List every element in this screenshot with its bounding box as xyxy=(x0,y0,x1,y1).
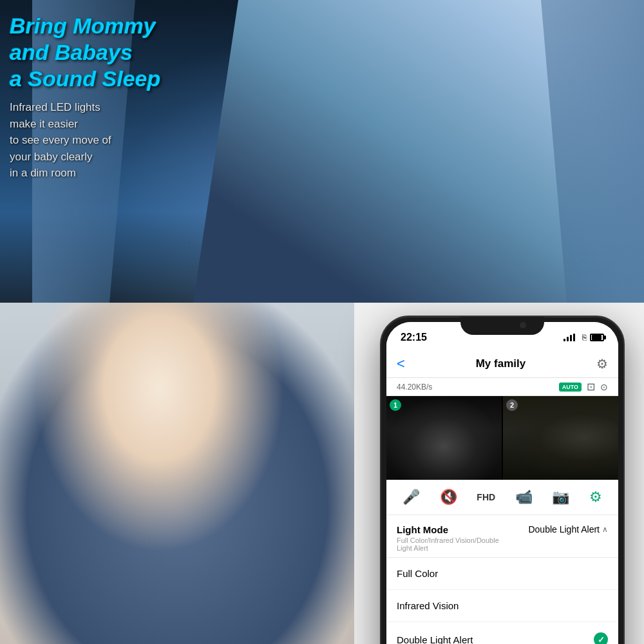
battery-icon xyxy=(590,334,604,341)
phone-screen: 22:15 ⎘ xyxy=(386,322,618,644)
bottom-section: 22:15 ⎘ xyxy=(0,303,644,644)
top-text-overlay: Bring Mommyand Babaysa Sound Sleep Infra… xyxy=(10,13,196,182)
camera-feed-1[interactable]: 1 xyxy=(386,396,502,480)
light-mode-value-text: Double Light Alert xyxy=(528,524,600,535)
speed-bar: 44.20KB/s AUTO ⊡ ⊙ xyxy=(386,378,618,396)
phone-wrapper: 22:15 ⎘ xyxy=(380,316,625,644)
nav-title: My family xyxy=(476,357,526,370)
mic-icon[interactable]: 🎤 xyxy=(402,489,420,506)
camera-feeds: 1 2 xyxy=(386,396,618,480)
signal-bars-icon xyxy=(564,334,575,341)
woman-figure xyxy=(0,303,354,644)
feed-2-number: 2 xyxy=(506,399,518,411)
signal-bar-3 xyxy=(570,335,572,341)
headline: Bring Mommyand Babaysa Sound Sleep xyxy=(10,13,196,91)
auto-badge[interactable]: AUTO xyxy=(559,383,582,392)
settings-wheel-icon[interactable]: ⚙ xyxy=(589,489,602,506)
woman-photo xyxy=(0,303,354,644)
main-container: Bring Mommyand Babaysa Sound Sleep Infra… xyxy=(0,0,644,644)
status-time: 22:15 xyxy=(401,332,427,343)
back-button[interactable]: < xyxy=(397,355,405,372)
camera-feed-2[interactable]: 2 xyxy=(503,396,618,480)
light-mode-subtitle: Full Color/Infrared Vision/DoubleLight A… xyxy=(397,536,499,552)
quality-selector[interactable]: FHD xyxy=(477,492,495,502)
selected-check-icon xyxy=(594,632,608,644)
top-section: Bring Mommyand Babaysa Sound Sleep Infra… xyxy=(0,0,644,303)
option-double-light-alert-label: Double Light Alert xyxy=(397,634,473,645)
video-icon[interactable]: 📹 xyxy=(515,489,533,506)
signal-bar-2 xyxy=(567,337,569,341)
subtext: Infrared LED lightsmake it easierto see … xyxy=(10,99,196,182)
option-infrared-vision-label: Infrared Vision xyxy=(397,600,459,611)
speed-text: 44.20KB/s xyxy=(397,383,432,392)
battery-fill xyxy=(592,335,601,340)
light-mode-header: Light Mode Full Color/Infrared Vision/Do… xyxy=(397,524,608,552)
signal-bar-1 xyxy=(564,339,565,341)
settings-icon[interactable]: ⚙ xyxy=(596,356,608,372)
option-full-color[interactable]: Full Color xyxy=(386,558,618,590)
light-mode-label-group: Light Mode Full Color/Infrared Vision/Do… xyxy=(397,524,499,552)
options-list: Full Color Infrared Vision Double Light … xyxy=(386,558,618,644)
option-full-color-label: Full Color xyxy=(397,568,438,579)
layout-icon[interactable]: ⊡ xyxy=(587,381,595,393)
light-mode-current-value[interactable]: Double Light Alert ∧ xyxy=(528,524,608,535)
phone-body: 22:15 ⎘ xyxy=(380,316,625,644)
status-icons: ⎘ xyxy=(564,333,604,342)
nav-bar: < My family ⚙ xyxy=(386,350,618,378)
option-infrared-vision[interactable]: Infrared Vision xyxy=(386,590,618,622)
toolbar-icons: AUTO ⊡ ⊙ xyxy=(559,381,608,393)
wifi-icon: ⎘ xyxy=(578,333,587,342)
wifi-indicator-icon: ⊙ xyxy=(600,382,608,392)
light-mode-title: Light Mode xyxy=(397,524,499,535)
feed-1-number: 1 xyxy=(390,399,401,411)
feed-room-overlay xyxy=(503,396,618,480)
controls-row: 🎤 🔇 FHD 📹 📷 ⚙ xyxy=(386,480,618,515)
option-double-light-alert[interactable]: Double Light Alert xyxy=(386,622,618,644)
photo-icon[interactable]: 📷 xyxy=(552,489,569,506)
light-mode-section: Light Mode Full Color/Infrared Vision/Do… xyxy=(386,515,618,558)
speaker-mute-icon[interactable]: 🔇 xyxy=(440,489,457,506)
front-camera-dot xyxy=(520,322,526,328)
signal-bar-4 xyxy=(573,334,575,341)
feed-baby-overlay xyxy=(386,396,502,480)
phone-notch xyxy=(460,317,544,335)
chevron-up-icon: ∧ xyxy=(602,525,608,534)
